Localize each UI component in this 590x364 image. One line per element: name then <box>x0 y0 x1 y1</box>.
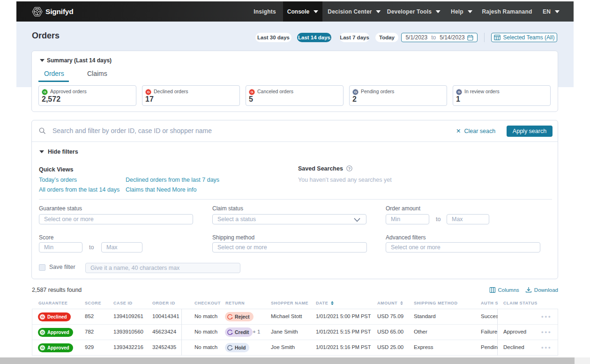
svg-text:G: G <box>41 330 44 334</box>
svg-text:G: G <box>457 90 460 94</box>
svg-text:G: G <box>43 90 46 94</box>
svg-text:G: G <box>354 90 357 94</box>
svg-text:G: G <box>147 90 149 94</box>
svg-text:G: G <box>250 90 253 94</box>
svg-text:?: ? <box>348 166 351 171</box>
svg-text:G: G <box>41 315 44 319</box>
svg-text:G: G <box>41 346 44 350</box>
